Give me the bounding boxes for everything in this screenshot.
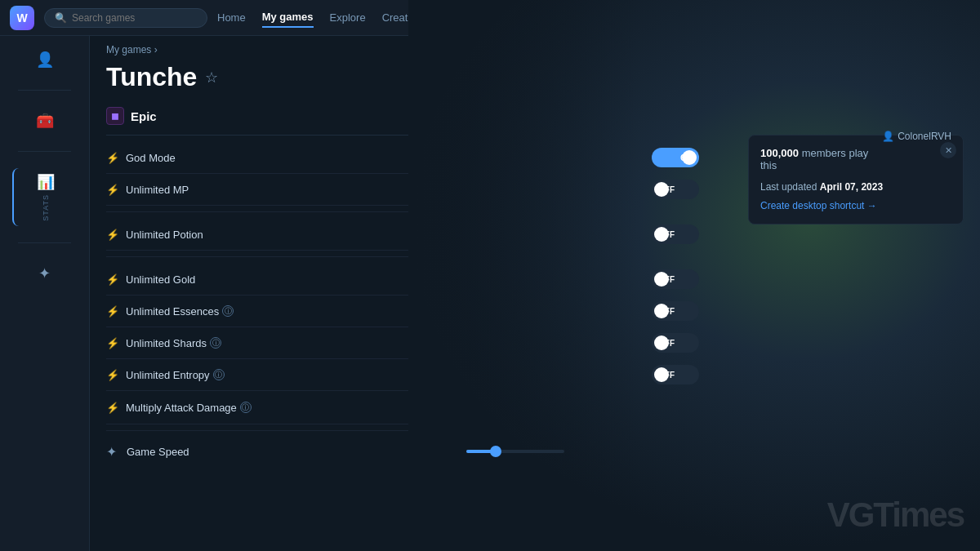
app-logo: W xyxy=(10,6,34,30)
toggle-unlimited-entropy[interactable]: OFF xyxy=(652,365,699,384)
toggle-unlimited-shards[interactable]: OFF xyxy=(652,333,699,353)
last-updated-label: Last updated xyxy=(760,181,817,193)
sidebar-divider-3 xyxy=(18,242,71,243)
sidebar-divider xyxy=(18,90,71,91)
info-close-button[interactable]: ✕ xyxy=(940,142,956,158)
bolt-icon-gold: ⚡ xyxy=(106,273,119,286)
toggle-unlimited-essences[interactable]: OFF xyxy=(652,301,699,321)
sidebar-divider-2 xyxy=(18,151,71,152)
toggle-god-mode[interactable]: ON xyxy=(652,148,699,167)
info-icon-attack[interactable]: ⓘ xyxy=(240,402,252,413)
bolt-icon-mp: ⚡ xyxy=(106,184,119,196)
slider-thumb[interactable] xyxy=(490,446,501,457)
search-icon: 🔍 xyxy=(55,12,67,24)
bolt-icon-attack: ⚡ xyxy=(106,402,119,414)
game-speed-slider[interactable] xyxy=(466,450,564,453)
last-updated-date: April 07, 2023 xyxy=(820,181,883,193)
section-icon: ◼ xyxy=(106,107,124,125)
info-card: ✕ 100,000 members play this 👤 ColonelRVH xyxy=(748,135,964,224)
game-name: Tunche xyxy=(106,62,197,92)
stats-label: Stats xyxy=(42,194,50,221)
search-input[interactable] xyxy=(72,12,194,24)
bolt-icon-shards: ⚡ xyxy=(106,337,119,349)
bolt-icon-entropy: ⚡ xyxy=(106,369,119,381)
bolt-icon-god-mode: ⚡ xyxy=(106,152,119,164)
search-bar[interactable]: 🔍 xyxy=(44,8,207,28)
desktop-shortcut-link[interactable]: Create desktop shortcut → xyxy=(760,200,877,211)
misc-icon: ✦ xyxy=(38,264,51,282)
sidebar-item-character[interactable]: 👤 xyxy=(12,46,78,73)
info-icon-shards[interactable]: ⓘ xyxy=(210,337,221,349)
members-count: 100,000 xyxy=(760,147,799,159)
game-title: Tunche ☆ xyxy=(106,62,218,92)
section-title: Epic xyxy=(131,109,157,123)
info-updated: Last updated April 07, 2023 xyxy=(760,181,951,193)
author-icon: 👤 xyxy=(882,131,894,142)
info-author: 👤 ColonelRVH xyxy=(882,131,951,142)
toggle-unlimited-gold[interactable]: OFF xyxy=(652,269,699,289)
nav-my-games[interactable]: My games xyxy=(262,7,314,28)
toggle-unlimited-mp[interactable]: OFF xyxy=(652,180,699,199)
toggle-unlimited-potion[interactable]: OFF xyxy=(652,224,699,244)
author-name: ColonelRVH xyxy=(898,131,951,142)
sidebar: 👤 🧰 📊 Stats ✦ xyxy=(0,36,90,551)
game-speed-icon: ✦ xyxy=(106,444,117,460)
nav-explore[interactable]: Explore xyxy=(330,8,366,27)
nav-home[interactable]: Home xyxy=(217,8,246,27)
breadcrumb-parent[interactable]: My games xyxy=(106,44,151,56)
info-icon-entropy[interactable]: ⓘ xyxy=(213,369,225,380)
info-members: 100,000 members play this xyxy=(760,147,882,171)
favorite-icon[interactable]: ☆ xyxy=(205,69,218,87)
bolt-icon-essences: ⚡ xyxy=(106,305,119,318)
breadcrumb-separator: › xyxy=(154,44,158,56)
character-icon: 👤 xyxy=(36,51,54,69)
info-icon-essences[interactable]: ⓘ xyxy=(222,305,234,317)
inventory-icon: 🧰 xyxy=(36,112,54,130)
sidebar-item-inventory[interactable]: 🧰 xyxy=(12,107,78,135)
bolt-icon-potion: ⚡ xyxy=(106,229,119,241)
sidebar-item-stats[interactable]: 📊 Stats xyxy=(12,168,78,226)
sidebar-item-misc[interactable]: ✦ xyxy=(12,260,78,287)
stats-icon: 📊 xyxy=(37,173,55,191)
